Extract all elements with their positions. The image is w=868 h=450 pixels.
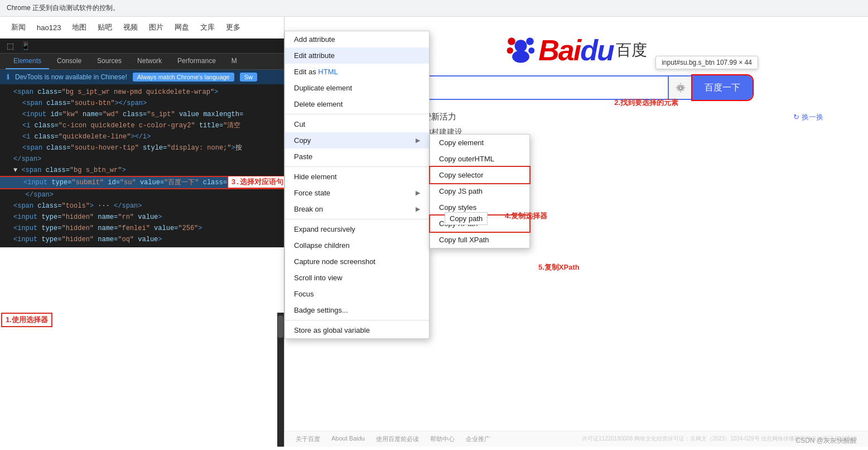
submenu-copy-selector[interactable]: Copy selector — [430, 167, 529, 183]
menu-break-on[interactable]: Break on ▶ — [285, 201, 429, 217]
code-line-9[interactable]: </span> — [0, 189, 284, 200]
lang-sw-btn[interactable]: Sw — [240, 73, 257, 82]
submenu-copy-element[interactable]: Copy element — [430, 135, 529, 151]
menu-capture-label: Capture node screenshot — [294, 257, 375, 266]
footer-help[interactable]: 帮助中心 — [430, 435, 455, 443]
menu-scroll-label: Scroll into view — [294, 274, 343, 282]
separator-4 — [285, 320, 429, 320]
cursor-tool-btn[interactable]: ⬚ — [4, 40, 16, 51]
lang-match-btn[interactable]: Always match Chrome's language — [133, 73, 234, 82]
nav-item-map[interactable]: 地图 — [72, 22, 86, 32]
footer-about-en[interactable]: About Baidu — [331, 435, 365, 443]
svg-point-8 — [507, 47, 513, 54]
menu-copy-label: Copy — [294, 136, 311, 145]
menu-expand-label: Expand recursively — [294, 225, 355, 233]
selected-line-container: <input type="submit" id="su" value="百度一下… — [0, 176, 284, 189]
devtools-scrollbar[interactable] — [277, 313, 284, 447]
menu-delete[interactable]: Delete element — [285, 96, 429, 112]
device-toggle-btn[interactable]: 📱 — [18, 40, 32, 51]
nav-item-library[interactable]: 文库 — [200, 22, 215, 32]
element-tooltip: input#su.bg.s_btn 107.99 × 44 — [655, 56, 758, 69]
menu-edit-html-label: Edit as HTML — [294, 68, 338, 76]
submenu-copy-js-path[interactable]: Copy JS path — [430, 183, 529, 199]
code-line-1[interactable]: <span class="soutu-btn"></span> — [0, 98, 284, 109]
menu-focus-label: Focus — [294, 290, 314, 298]
annotation1-label: 1.使用选择器 — [1, 313, 52, 327]
info-text: DevTools is now available in Chinese! — [15, 73, 127, 81]
menu-edit-html[interactable]: Edit as HTML — [285, 64, 429, 80]
menu-paste-label: Paste — [294, 152, 312, 161]
svg-point-4 — [529, 47, 535, 54]
nav-item-image[interactable]: 图片 — [149, 22, 163, 32]
search-input[interactable] — [400, 75, 668, 100]
baidu-cn-logo: 百度 — [616, 40, 647, 61]
tab-performance[interactable]: Performance — [170, 54, 224, 69]
devtools-toolbar: ⬚ 📱 — [0, 39, 284, 54]
tab-elements[interactable]: Elements — [6, 54, 49, 69]
menu-capture-screenshot[interactable]: Capture node screenshot — [285, 253, 429, 270]
swap-link[interactable]: ↻ 换一换 — [793, 112, 823, 122]
search-submit-btn[interactable]: 百度一下 — [692, 75, 753, 100]
menu-store-global[interactable]: Store as global variable — [285, 322, 429, 338]
menu-badge-settings[interactable]: Badge settings... — [285, 302, 429, 318]
menu-force-state-label: Force state — [294, 189, 330, 197]
tab-network[interactable]: Network — [129, 54, 170, 69]
menu-scroll-view[interactable]: Scroll into view — [285, 270, 429, 286]
page-footer: 关于百度 About Baidu 使用百度前必读 帮助中心 企业推广 许可证11… — [284, 431, 868, 447]
code-line-11[interactable]: <input type="hidden" name="rn" value> — [0, 212, 284, 223]
nav-item-video[interactable]: 视频 — [123, 22, 138, 32]
copy-styles-label: Copy styles — [439, 203, 476, 212]
devtools-tabs: Elements Console Sources Network Perform… — [0, 54, 284, 70]
menu-cut[interactable]: Cut — [285, 116, 429, 132]
submenu-copy-outerhtml[interactable]: Copy outerHTML — [430, 151, 529, 167]
copy-js-path-label: Copy JS path — [439, 187, 483, 195]
menu-expand-recursively[interactable]: Expand recursively — [285, 221, 429, 237]
code-line-5[interactable]: <span class="soutu-hover-tip" style="dis… — [0, 142, 284, 154]
code-line-6[interactable]: </span> — [0, 154, 284, 165]
menu-add-attribute[interactable]: Add attribute — [285, 31, 429, 47]
scrollbar-thumb[interactable] — [278, 315, 283, 338]
menu-badge-label: Badge settings... — [294, 306, 348, 314]
separator-2 — [285, 166, 429, 167]
camera-search-btn[interactable] — [668, 75, 692, 100]
baidu-blue-text: du — [580, 34, 614, 66]
annotation5-label: 5.复制XPath — [538, 262, 580, 272]
copy-submenu: Copy element Copy outerHTML Copy selecto… — [430, 134, 530, 248]
code-line-7[interactable]: ▼ <span class="bg s_btn_wr"> — [0, 165, 284, 176]
nav-item-news[interactable]: 新闻 — [11, 22, 26, 32]
code-line-12[interactable]: <input type="hidden" name="fenlei" value… — [0, 223, 284, 234]
menu-hide-label: Hide element — [294, 173, 337, 181]
code-line-0[interactable]: <span class="bg s_ipt_wr new-pmd quickde… — [0, 87, 284, 98]
svg-point-7 — [527, 37, 534, 45]
menu-copy[interactable]: Copy ▶ — [285, 132, 429, 149]
submenu-copy-full-xpath[interactable]: Copy full XPath — [430, 232, 529, 248]
menu-force-state[interactable]: Force state ▶ — [285, 185, 429, 201]
nav-item-hao123[interactable]: hao123 — [37, 23, 61, 32]
footer-about[interactable]: 关于百度 — [296, 435, 320, 443]
tab-more[interactable]: M — [224, 54, 245, 69]
menu-duplicate-label: Duplicate element — [294, 84, 352, 92]
code-line-10[interactable]: <span class="tools"> ··· </span> — [0, 200, 284, 212]
nav-item-pan[interactable]: 网盘 — [175, 22, 189, 32]
code-line-3[interactable]: <i class="c-icon quickdelete c-color-gra… — [0, 120, 284, 131]
code-line-13[interactable]: <input type="hidden" name="oq" value> — [0, 234, 284, 245]
code-line-2[interactable]: <input id="kw" name="wd" class="s_ipt" v… — [0, 109, 284, 120]
menu-cut-label: Cut — [294, 120, 305, 128]
menu-hide-element[interactable]: Hide element — [285, 169, 429, 185]
nav-item-tieba[interactable]: 贴吧 — [98, 22, 112, 32]
code-line-4[interactable]: <i class="quickdelete-line"></i> — [0, 131, 284, 142]
footer-terms[interactable]: 使用百度前必读 — [376, 435, 419, 443]
nav-item-more[interactable]: 更多 — [226, 22, 240, 32]
menu-edit-attribute[interactable]: Edit attribute — [285, 47, 429, 64]
menu-duplicate[interactable]: Duplicate element — [285, 80, 429, 96]
tab-console[interactable]: Console — [49, 54, 89, 69]
menu-paste[interactable]: Paste — [285, 149, 429, 165]
menu-focus[interactable]: Focus — [285, 286, 429, 302]
devtools-left-panel: 新闻 hao123 地图 贴吧 视频 图片 网盘 文库 更多 ⬚ 📱 Eleme… — [0, 17, 284, 447]
context-menu: Add attribute Edit attribute Edit as HTM… — [284, 31, 430, 339]
menu-collapse-children[interactable]: Collapse children — [285, 237, 429, 253]
annotation4-label: 4.复制选择器 — [505, 211, 547, 221]
tab-sources[interactable]: Sources — [89, 54, 129, 69]
footer-ads[interactable]: 企业推广 — [466, 435, 490, 443]
svg-point-11 — [679, 87, 682, 89]
